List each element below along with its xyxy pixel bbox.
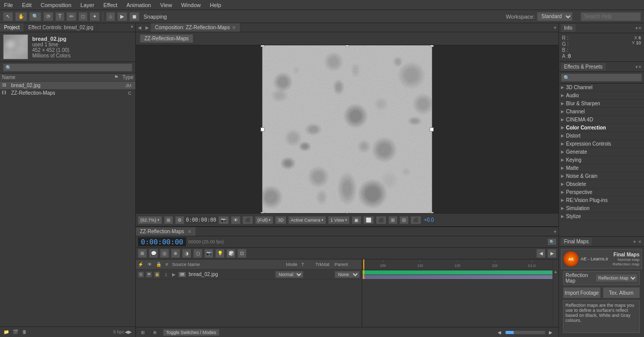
- comp-tab-close[interactable]: ✕: [232, 25, 236, 30]
- handle-mr[interactable]: [430, 127, 434, 131]
- tl-btn-expand[interactable]: ◀: [536, 249, 545, 258]
- reflection-map-dropdown[interactable]: Reflection Map: [596, 274, 637, 282]
- toolbar-play[interactable]: ▶: [117, 12, 127, 21]
- project-search-input[interactable]: [3, 63, 132, 72]
- final-maps-tab[interactable]: Final Maps: [561, 238, 592, 245]
- tab-project[interactable]: Project: [0, 23, 24, 32]
- effects-tab[interactable]: Effects & Presets: [561, 63, 606, 71]
- comp-tab-nav-left[interactable]: ◀: [136, 25, 143, 30]
- viewer-grid2-btn[interactable]: ⊞: [388, 216, 397, 224]
- toolbar-pen[interactable]: ✏: [66, 12, 76, 21]
- effect-revision[interactable]: ▶ RE:Vision Plug-ins: [559, 196, 644, 205]
- tl-btn-3d[interactable]: 🎲: [226, 249, 235, 258]
- footer-trash-icon[interactable]: 🗑: [20, 328, 28, 336]
- bottom-icon-2[interactable]: ⊕: [151, 328, 159, 336]
- viewer-guide-btn[interactable]: ⊟: [399, 216, 409, 224]
- effect-distort[interactable]: ▶ Distort: [559, 132, 644, 140]
- toolbar-zoom[interactable]: 🔍: [29, 12, 41, 21]
- effect-stylize[interactable]: ▶ Stylize: [559, 213, 644, 221]
- tl-btn-guide[interactable]: ⊡: [237, 249, 247, 258]
- import-footage-btn[interactable]: Import Footage: [563, 287, 601, 298]
- viewer-grid-btn[interactable]: ⊞: [164, 216, 173, 224]
- bottom-icon-1[interactable]: ⊞: [139, 328, 147, 336]
- effects-search-input[interactable]: [561, 74, 642, 82]
- menu-effect[interactable]: Effect: [101, 2, 119, 8]
- comp-panel-minimize[interactable]: ▾: [552, 24, 558, 31]
- tl-btn-stagger[interactable]: ⊞: [138, 249, 147, 258]
- timeline-tab-main[interactable]: ZZ-Reflection-Maps ✕: [136, 227, 196, 236]
- info-tab[interactable]: Info: [561, 24, 576, 32]
- menu-composition[interactable]: Composition: [39, 2, 73, 8]
- effect-matte[interactable]: ▶ Matte: [559, 164, 644, 172]
- info-close[interactable]: ✕: [638, 26, 642, 31]
- effects-close[interactable]: ✕: [638, 64, 642, 70]
- comp-tab-main[interactable]: Composition: ZZ-Reflection-Maps ✕: [151, 23, 240, 32]
- viewer-resolution-btn[interactable]: (Full) ▾: [255, 216, 274, 224]
- viewer-settings-btn[interactable]: ⚙: [175, 216, 184, 224]
- effect-noise[interactable]: ▶ Noise & Grain: [559, 172, 644, 180]
- track-scroll-up[interactable]: ▲: [554, 269, 558, 274]
- viewer-roi-btn[interactable]: ⬛: [411, 216, 421, 224]
- toggle-switches-btn[interactable]: Toggle Switches / Modes: [163, 329, 219, 336]
- toolbar-arrow[interactable]: ↖: [3, 12, 13, 21]
- toolbar-text[interactable]: T: [55, 12, 64, 21]
- tl-btn-solo[interactable]: ◎: [160, 249, 169, 258]
- handle-bc[interactable]: [345, 212, 349, 214]
- effect-expression[interactable]: ▶ Expression Controls: [559, 140, 644, 148]
- viewer-camera-btn[interactable]: Active Camera ▾: [288, 216, 326, 224]
- track-vis-1[interactable]: 👁: [146, 272, 152, 278]
- timeline-minimize[interactable]: ▾: [554, 229, 556, 234]
- menu-file[interactable]: File: [2, 2, 15, 8]
- handle-br[interactable]: [430, 212, 434, 214]
- menu-view[interactable]: View: [158, 2, 174, 8]
- toolbar-rotate[interactable]: ⟳: [43, 12, 53, 21]
- effect-keying[interactable]: ▶ Keying: [559, 156, 644, 164]
- toolbar-home[interactable]: ⌂: [106, 12, 115, 21]
- effect-blur[interactable]: ▶ Blur & Sharpen: [559, 100, 644, 108]
- comp-tab-nav-right[interactable]: ▶: [143, 25, 151, 30]
- viewer-snapshot-btn[interactable]: 📷: [218, 216, 229, 224]
- viewer-alpha-btn[interactable]: ⬛: [243, 216, 253, 224]
- playback-slider[interactable]: [505, 330, 545, 334]
- toolbar-puppet[interactable]: ✦: [90, 12, 100, 21]
- left-panel-minimize[interactable]: ▾: [129, 23, 135, 32]
- track-mode-select-1[interactable]: Normal: [275, 271, 303, 278]
- timeline-search-btn[interactable]: 🔍: [547, 238, 556, 245]
- file-item-bread[interactable]: 🖼 bread_02.jpg JM: [0, 82, 135, 89]
- tl-btn-camera[interactable]: 📷: [204, 249, 213, 258]
- toolbar-shape[interactable]: □: [78, 12, 88, 21]
- tl-btn-adj[interactable]: ◑: [182, 249, 191, 258]
- effect-channel[interactable]: ▶ Channel: [559, 108, 644, 116]
- handle-tc[interactable]: [345, 45, 349, 47]
- menu-help[interactable]: Help: [208, 2, 223, 8]
- track-solo-1[interactable]: ⊙: [138, 272, 144, 278]
- timeline-tab-close[interactable]: ✕: [188, 229, 192, 234]
- tl-btn-comment[interactable]: 💬: [149, 249, 158, 258]
- search-help-input[interactable]: [581, 12, 641, 21]
- menu-animation[interactable]: Animation: [124, 2, 153, 8]
- effect-cinema4d[interactable]: ▶ CINEMA 4D: [559, 116, 644, 124]
- bottom-fwd-icon[interactable]: ▶: [546, 328, 554, 336]
- workspace-select[interactable]: Standard: [537, 12, 573, 21]
- final-maps-close[interactable]: ✕: [638, 239, 642, 244]
- toolbar-stop[interactable]: ◼: [129, 12, 139, 21]
- effect-simulation[interactable]: ▶ Simulation: [559, 205, 644, 213]
- viewer-pixelaspect-btn[interactable]: ⬜: [363, 216, 374, 224]
- viewer-show-btn[interactable]: 👁: [231, 216, 240, 224]
- file-item-comp[interactable]: 🎞 ZZ-Reflection-Maps C: [0, 89, 135, 97]
- effect-perspective[interactable]: ▶ Perspective: [559, 188, 644, 196]
- tl-btn-null[interactable]: ⊕: [171, 249, 180, 258]
- viewer-3d-btn[interactable]: 3D: [275, 216, 286, 224]
- track-content-row-1[interactable]: [362, 269, 552, 280]
- handle-tl[interactable]: [261, 45, 265, 47]
- menu-layer[interactable]: Layer: [78, 2, 97, 8]
- effect-3d-channel[interactable]: ▶ 3D Channel: [559, 84, 644, 92]
- effect-obsolete[interactable]: ▶ Obsolete: [559, 180, 644, 188]
- viewer-render-btn[interactable]: ▣: [352, 216, 361, 224]
- tex-album-btn[interactable]: Tex. Album: [603, 287, 640, 298]
- track-parent-1[interactable]: None: [335, 271, 360, 278]
- effect-generate[interactable]: ▶ Generate: [559, 148, 644, 156]
- track-expand-1[interactable]: ▶: [172, 272, 176, 277]
- tl-btn-shape[interactable]: ◻: [193, 249, 202, 258]
- viewer-transparency-btn[interactable]: ⬛: [376, 216, 386, 224]
